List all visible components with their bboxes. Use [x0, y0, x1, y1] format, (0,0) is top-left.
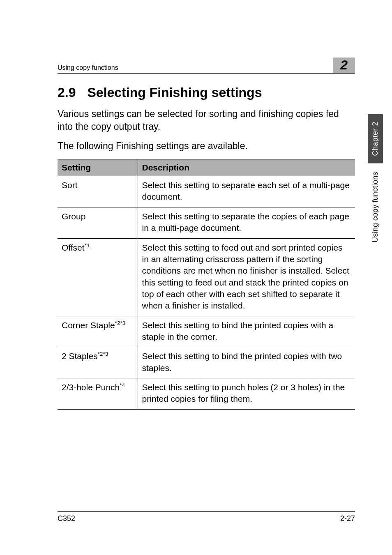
column-header-description: Description: [138, 159, 355, 176]
setting-cell: 2 Staples*2*3: [58, 347, 138, 378]
table-row: SortSelect this setting to separate each…: [58, 176, 355, 207]
side-tab-section: Using copy functions: [370, 169, 380, 245]
footer-model: C352: [58, 514, 75, 523]
running-header: Using copy functions 2: [58, 58, 355, 74]
side-tab: Chapter 2 Using copy functions: [368, 114, 383, 245]
description-cell: Select this setting to punch holes (2 or…: [138, 378, 355, 409]
settings-table: Setting Description SortSelect this sett…: [58, 159, 355, 410]
table-row: 2 Staples*2*3Select this setting to bind…: [58, 347, 355, 378]
intro-paragraph-2: The following Finishing settings are ava…: [58, 140, 355, 152]
description-cell: Select this setting to separate the copi…: [138, 207, 355, 238]
section-heading: 2.9Selecting Finishing settings: [58, 85, 355, 100]
description-cell: Select this setting to feed out and sort…: [138, 238, 355, 316]
table-row: Offset*1Select this setting to feed out …: [58, 238, 355, 316]
setting-cell: Sort: [58, 176, 138, 207]
setting-cell: Group: [58, 207, 138, 238]
table-row: Corner Staple*2*3Select this setting to …: [58, 316, 355, 347]
section-number: 2.9: [58, 85, 76, 100]
setting-cell: 2/3-hole Punch*4: [58, 378, 138, 409]
description-cell: Select this setting to bind the printed …: [138, 347, 355, 378]
section-title: Selecting Finishing settings: [87, 85, 262, 100]
description-cell: Select this setting to separate each set…: [138, 176, 355, 207]
intro-paragraph-1: Various settings can be selected for sor…: [58, 108, 355, 133]
column-header-setting: Setting: [58, 159, 138, 176]
running-title: Using copy functions: [58, 64, 118, 71]
setting-cell: Corner Staple*2*3: [58, 316, 138, 347]
chapter-badge: 2: [333, 58, 355, 73]
footer-page: 2-27: [340, 514, 355, 523]
description-cell: Select this setting to bind the printed …: [138, 316, 355, 347]
setting-cell: Offset*1: [58, 238, 138, 316]
table-row: GroupSelect this setting to separate the…: [58, 207, 355, 238]
page-footer: C352 2-27: [58, 511, 355, 523]
table-row: 2/3-hole Punch*4Select this setting to p…: [58, 378, 355, 409]
side-tab-chapter: Chapter 2: [368, 114, 383, 164]
